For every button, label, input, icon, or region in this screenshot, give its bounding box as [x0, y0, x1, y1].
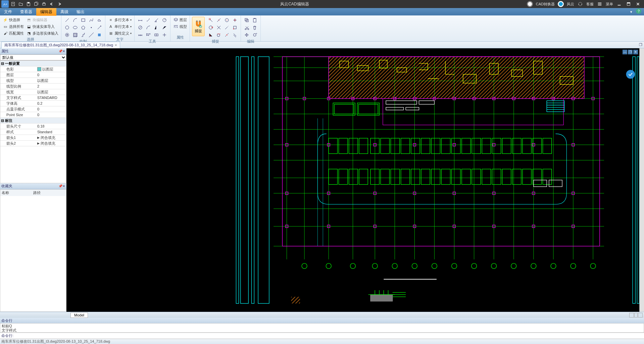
polyline-icon[interactable] [80, 32, 87, 38]
rect-icon[interactable] [80, 17, 87, 23]
support-label[interactable]: 客服 [586, 2, 594, 7]
select-all-button[interactable]: ▭选择所有 [2, 23, 24, 30]
block-editor-button[interactable]: ⬒块编辑器 [26, 17, 59, 23]
point-icon[interactable] [88, 24, 95, 31]
property-row[interactable]: Point Size0 [0, 112, 66, 118]
dim-baseline-icon[interactable] [145, 32, 152, 38]
menu-output[interactable]: 输出 [72, 8, 89, 16]
line-icon[interactable] [63, 17, 71, 23]
brand-icon[interactable] [557, 1, 564, 7]
hscroll-left-icon[interactable] [629, 313, 634, 317]
paste-icon[interactable] [251, 17, 258, 23]
dim-angular-icon[interactable] [153, 17, 160, 23]
snap-tan-icon[interactable] [215, 32, 222, 38]
mtext-button[interactable]: ≡多行文本▾ [107, 17, 132, 23]
snap-node-icon[interactable] [231, 17, 239, 23]
property-filter-select[interactable]: 默认值 [0, 54, 66, 60]
layer-button[interactable]: 图层 [172, 17, 188, 23]
document-tab[interactable]: 南车库车位修改01.31出图_t3.dwg2020-08-13_10_25_14… [1, 42, 120, 48]
dim-linear-icon[interactable] [137, 17, 144, 23]
menu-viewer[interactable]: 查看器 [16, 8, 36, 16]
property-row[interactable]: 文字样式STANDARD [0, 95, 66, 101]
snap-quad-icon[interactable] [207, 24, 214, 31]
copy-icon[interactable] [243, 17, 250, 23]
leader-icon[interactable] [161, 24, 168, 31]
drawing-canvas[interactable]: — ❐ ✕ [66, 48, 639, 312]
property-row[interactable]: 字体高0.2 [0, 101, 66, 106]
redo-icon[interactable] [56, 1, 63, 7]
canvas-max-icon[interactable]: ❐ [628, 50, 633, 54]
print-icon[interactable] [41, 1, 47, 7]
cloud-icon[interactable] [96, 17, 103, 23]
property-row[interactable]: 箭头1▶ 闭合填充 [0, 135, 66, 141]
doc-restore-icon[interactable]: ❐ [637, 42, 644, 48]
cut-icon[interactable] [243, 24, 250, 31]
dim-arc-icon[interactable] [145, 24, 152, 31]
donut-icon[interactable] [63, 32, 71, 38]
snap-ext-icon[interactable] [223, 24, 231, 31]
linetype-button[interactable]: 线型 [172, 23, 188, 30]
snap-near-icon[interactable] [223, 32, 231, 38]
properties-grid[interactable]: ⊟ 一般设置 色彩以图层图层0线型以图层线型比例2线宽以图层文字样式STANDA… [0, 60, 66, 183]
property-row[interactable]: 图层0 [0, 72, 66, 78]
snap-end-icon[interactable] [207, 17, 214, 23]
menu-icon[interactable] [596, 1, 603, 7]
help-icon[interactable]: ? [636, 8, 641, 14]
snap-par-icon[interactable] [231, 32, 239, 38]
vertical-scrollbar[interactable] [639, 48, 644, 312]
dim-diameter-icon[interactable] [137, 24, 144, 31]
ribbon-collapse-icon[interactable]: ▾ [628, 8, 635, 15]
dtext-button[interactable]: A单行文本▾ [107, 23, 132, 30]
menu-label[interactable]: 菜单 [606, 2, 613, 7]
menu-advanced[interactable]: 高级 [56, 8, 72, 16]
menu-file[interactable]: 文件 [0, 8, 16, 16]
block-icon[interactable] [96, 32, 103, 38]
hscroll-thumb[interactable] [634, 313, 638, 317]
snap-center-icon[interactable] [223, 17, 231, 23]
snap-ins-icon[interactable] [231, 24, 239, 31]
property-row[interactable]: 线型以图层 [0, 78, 66, 84]
minimize-icon[interactable] [616, 1, 623, 7]
snap-mid-icon[interactable] [215, 17, 222, 23]
arc-icon[interactable] [71, 17, 79, 23]
dim-radius-icon[interactable] [161, 17, 168, 23]
dim-continue-icon[interactable] [137, 32, 144, 38]
polygon-icon[interactable] [80, 24, 87, 31]
command-input[interactable] [15, 334, 644, 338]
pin-icon[interactable]: 📌 [58, 49, 62, 53]
panel-close-icon[interactable]: ✕ [62, 49, 65, 53]
spline-icon[interactable] [88, 17, 95, 23]
center-mark-icon[interactable] [161, 32, 168, 38]
saveall-icon[interactable] [33, 1, 40, 7]
hatch-icon[interactable] [71, 32, 79, 38]
property-row[interactable]: 线型比例2 [0, 84, 66, 89]
fav-close-icon[interactable]: ✕ [62, 184, 65, 188]
close-icon[interactable] [635, 1, 641, 7]
maximize-icon[interactable] [625, 1, 632, 7]
canvas-min-icon[interactable]: — [623, 50, 627, 54]
menu-editor[interactable]: 编辑器 [36, 8, 56, 16]
xline-icon[interactable] [88, 32, 95, 38]
rotate-icon[interactable] [251, 32, 258, 38]
dim-aligned-icon[interactable] [145, 17, 152, 23]
new-icon[interactable] [10, 1, 16, 7]
delete-icon[interactable] [251, 24, 258, 31]
ray-icon[interactable] [96, 24, 103, 31]
property-row[interactable]: 线宽以图层 [0, 89, 66, 95]
fav-pin-icon[interactable]: 📌 [58, 184, 62, 188]
undo-icon[interactable] [48, 1, 55, 7]
poly-entity-button[interactable]: ⬔多边形实体输入 [26, 30, 59, 36]
tolerance-icon[interactable] [153, 32, 160, 38]
property-row[interactable]: 箭头2▶ 闭合填充 [0, 141, 66, 146]
property-row[interactable]: 点显示模式0 [0, 106, 66, 112]
quick-entity-button[interactable]: ⬓快速实体导入 [26, 23, 59, 30]
doc-tab-close-icon[interactable]: ✕ [114, 43, 117, 47]
property-row[interactable]: 箭头尺寸0.18 [0, 124, 66, 129]
move-icon[interactable] [243, 32, 250, 38]
brand-label[interactable]: 风云 [567, 2, 574, 7]
snap-perp-icon[interactable] [207, 32, 214, 38]
property-row[interactable]: 色彩以图层 [0, 66, 66, 72]
cad-converter-icon[interactable] [527, 1, 533, 7]
snap-int-icon[interactable] [215, 24, 222, 31]
quick-select-button[interactable]: ⚡快选择 [2, 17, 24, 23]
